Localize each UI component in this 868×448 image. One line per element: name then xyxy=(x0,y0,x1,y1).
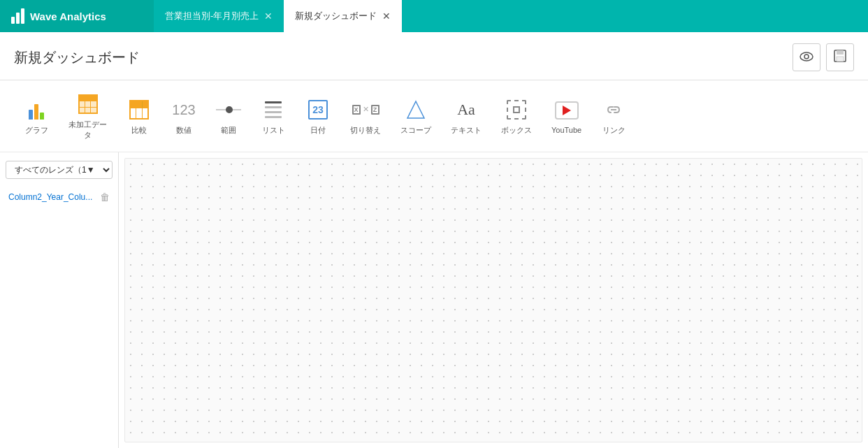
tool-range[interactable]: 範囲 xyxy=(206,93,251,140)
tab-new-label: 新規ダッシュボード xyxy=(295,10,377,22)
brand[interactable]: Wave Analytics xyxy=(0,0,154,32)
tool-list[interactable]: リスト xyxy=(251,93,296,140)
tool-toggle[interactable]: X ✕ Z 切り替え xyxy=(340,93,391,140)
compare-icon xyxy=(129,100,149,120)
tool-youtube[interactable]: YouTube xyxy=(542,94,591,138)
tool-scope-label: スコープ xyxy=(400,125,431,136)
link-icon xyxy=(604,100,623,120)
tool-raw[interactable]: 未加工データ xyxy=(59,87,117,145)
date-icon: 23 xyxy=(308,100,328,120)
tool-box[interactable]: ボックス xyxy=(491,93,542,140)
tool-text-label: テキスト xyxy=(451,125,482,136)
toggle-icon: X ✕ Z xyxy=(352,105,379,115)
tool-list-label: リスト xyxy=(262,125,285,136)
tool-toggle-label: 切り替え xyxy=(350,125,381,136)
box-icon xyxy=(507,100,526,120)
tab-new-close[interactable]: ✕ xyxy=(382,11,391,21)
number-icon: 123 xyxy=(172,103,195,117)
range-icon xyxy=(216,109,241,110)
page-title: 新規ダッシュボード xyxy=(14,48,140,67)
scope-icon xyxy=(406,100,426,120)
body-area: すべてのレンズ（1▼ Column2_Year_Colu... 🗑 xyxy=(0,152,868,448)
svg-rect-4 xyxy=(837,57,844,62)
tool-link[interactable]: リンク xyxy=(591,93,636,140)
lens-item-name: Column2_Year_Colu... xyxy=(8,192,92,202)
tab-new[interactable]: 新規ダッシュボード ✕ xyxy=(284,0,402,32)
page-header: 新規ダッシュボード xyxy=(0,32,868,80)
tool-date[interactable]: 23 日付 xyxy=(296,93,340,140)
canvas-area[interactable] xyxy=(124,158,862,442)
tool-graph[interactable]: グラフ xyxy=(14,93,59,140)
tool-scope[interactable]: スコープ xyxy=(391,93,441,140)
tool-link-label: リンク xyxy=(602,125,625,136)
preview-button[interactable] xyxy=(793,43,820,71)
svg-rect-3 xyxy=(837,50,844,55)
tool-box-label: ボックス xyxy=(501,125,532,136)
delete-lens-icon[interactable]: 🗑 xyxy=(100,192,110,203)
lens-item[interactable]: Column2_Year_Colu... 🗑 xyxy=(6,187,113,207)
tool-compare-label: 比較 xyxy=(131,125,147,136)
save-icon xyxy=(833,49,847,66)
tool-graph-label: グラフ xyxy=(25,125,48,136)
svg-point-0 xyxy=(800,52,813,61)
tool-range-label: 範囲 xyxy=(221,125,236,136)
graph-icon xyxy=(29,100,44,120)
tool-raw-label: 未加工データ xyxy=(68,120,107,140)
tab-sales[interactable]: 営業担当別-年月別売上 ✕ xyxy=(154,0,284,32)
lens-select[interactable]: すべてのレンズ（1▼ xyxy=(6,161,113,179)
tool-text[interactable]: Aa テキスト xyxy=(441,93,491,140)
eye-icon xyxy=(800,50,813,65)
table-icon xyxy=(78,94,98,114)
tool-number[interactable]: 123 数値 xyxy=(161,93,206,140)
tab-sales-label: 営業担当別-年月別売上 xyxy=(165,10,259,22)
tool-date-label: 日付 xyxy=(310,125,326,136)
list-icon xyxy=(265,101,282,118)
youtube-icon xyxy=(555,101,579,120)
main-content: 新規ダッシュボード xyxy=(0,32,868,448)
header-actions xyxy=(793,43,854,71)
sidebar: すべてのレンズ（1▼ Column2_Year_Colu... 🗑 xyxy=(0,152,119,448)
top-bar: Wave Analytics 営業担当別-年月別売上 ✕ 新規ダッシュボード ✕ xyxy=(0,0,868,32)
toolbar: グラフ 未加工データ xyxy=(0,80,868,152)
text-icon: Aa xyxy=(457,101,475,119)
brand-icon xyxy=(11,8,24,24)
tool-number-label: 数値 xyxy=(176,125,191,136)
tool-youtube-label: YouTube xyxy=(551,126,581,134)
tab-sales-close[interactable]: ✕ xyxy=(264,11,273,21)
svg-point-1 xyxy=(804,55,809,59)
brand-label: Wave Analytics xyxy=(30,10,106,22)
svg-marker-5 xyxy=(407,101,424,118)
tool-compare[interactable]: 比較 xyxy=(117,93,161,140)
save-button[interactable] xyxy=(826,43,854,71)
